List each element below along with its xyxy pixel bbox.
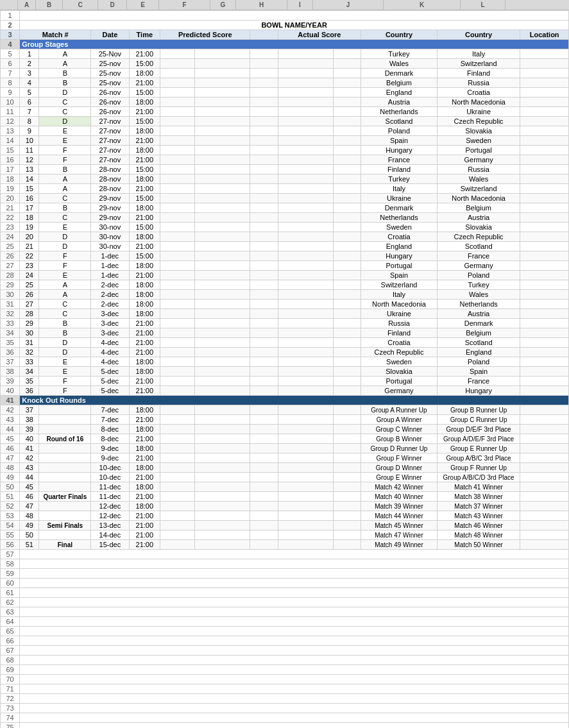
predicted-header: Predicted Score [160,30,250,40]
empty-row-69: 69 [1,665,569,675]
empty-row-65: 65 [1,627,569,636]
rownum-3: 3 [1,30,20,40]
spreadsheet: A B C D E F G H I J K L 1 [0,0,569,728]
row-17: 17 13 B 28-nov 15:00 Finland Russia [1,165,569,174]
col-k-header: K [384,0,461,10]
col-i-header: I [287,0,313,10]
rownum-4: 4 [1,40,20,49]
row-16: 16 12 F 27-nov 21:00 France Germany [1,155,569,165]
row-40: 40 36 F 5-dec 21:00 Germany Hungary [1,386,569,396]
col-d-header: D [98,0,127,10]
ko-row-51: 56 51 Final 15-dec 21:00 Match 49 Winner… [1,540,569,550]
row-36: 36 32 D 4-dec 21:00 Czech Republic Engla… [1,348,569,357]
col-b-header: B [36,0,63,10]
row-18: 18 14 A 28-nov 18:00 Turkey Wales [1,174,569,184]
group-stages-label: Group Stages [20,40,569,49]
row-33: 33 29 B 3-dec 21:00 Russia Denmark [1,319,569,328]
title-row: 2 BOWL NAME/YEAR [1,21,569,30]
empty-row-73: 73 [1,704,569,713]
match-num-1: 1 [20,49,39,59]
row-6: 6 2 A 25-nov 15:00 Wales Switzerland [1,59,569,69]
date-header: Date [91,30,129,40]
empty-row-63: 63 [1,607,569,617]
empty-row-72: 72 [1,694,569,704]
empty-row-70: 70 [1,675,569,684]
row-30: 30 26 A 2-dec 18:00 Italy Wales [1,290,569,300]
row-11: 11 7 C 26-nov 21:00 Netherlands Ukraine [1,107,569,117]
country1-header: Country [361,30,437,40]
row-19: 19 15 A 28-nov 21:00 Italy Switzerland [1,184,569,194]
row-13: 13 9 E 27-nov 18:00 Poland Slovakia [1,126,569,136]
ko-row-38: 43 38 7-dec 21:00 Group A Winner Group C… [1,415,569,425]
time-header: Time [129,30,160,40]
ko-row-47: 52 47 12-dec 18:00 Match 39 Winner Match… [1,502,569,511]
empty-row-62: 62 [1,598,569,607]
row-39: 39 35 F 5-dec 21:00 Portugal France [1,377,569,386]
rownum-2: 2 [1,21,20,30]
ko-row-37: 42 37 7-dec 18:00 Group A Runner Up Grou… [1,405,569,415]
ko-row-49: 54 49 Semi Finals 13-dec 21:00 Match 45 … [1,521,569,530]
col-j-header: J [313,0,384,10]
country2-header: Country [437,30,520,40]
corner-header [0,0,18,10]
blank-g3 [250,30,278,40]
empty-row-59: 59 [1,569,569,579]
empty-row-64: 64 [1,617,569,627]
row-23: 23 19 E 30-nov 15:00 Sweden Slovakia [1,223,569,232]
col-h-header: H [236,0,287,10]
ko-row-50: 55 50 14-dec 21:00 Match 47 Winner Match… [1,530,569,540]
row-35: 35 31 D 4-dec 21:00 Croatia Scotland [1,338,569,348]
empty-row-75: 75 [1,723,569,729]
row-12: 12 8 D 27-nov 15:00 Scotland Czech Repub… [1,117,569,126]
col-e-header: E [127,0,159,10]
ko-rounds-label: Knock Out Rounds [20,396,569,405]
row-8: 8 4 B 25-nov 21:00 Belgium Russia [1,78,569,88]
empty-row-67: 67 [1,646,569,656]
group-stages-header-row: 4 Group Stages [1,40,569,49]
ko-row-46: 51 46 Quarter Finals 11-dec 21:00 Match … [1,492,569,502]
col-g-header: G [210,0,236,10]
empty-row-58: 58 [1,559,569,569]
col-l-header: L [461,0,505,10]
row-5: 5 1 A 25-Nov 21:00 Turkey Italy [1,49,569,59]
rownum-5: 5 [1,49,20,59]
row-7: 7 3 B 25-nov 18:00 Denmark Finland [1,69,569,78]
empty-row-71: 71 [1,684,569,694]
col-c-header: C [63,0,98,10]
row-24: 24 20 D 30-nov 18:00 Croatia Czech Repub… [1,232,569,242]
row-22: 22 18 C 29-nov 21:00 Netherlands Austria [1,213,569,223]
col-headers-bar: A B C D E F G H I J K L [0,0,569,10]
ko-row-39: 44 39 8-dec 18:00 Group C Winner Group D… [1,425,569,434]
ko-row-42: 47 42 9-dec 21:00 Group F Winner Group A… [1,453,569,463]
ko-header-row: 41 Knock Out Rounds [1,396,569,405]
col-f-header: F [159,0,210,10]
location-header: Location [520,30,569,40]
row1-empty [20,11,569,21]
empty-row-74: 74 [1,713,569,723]
row-20: 20 16 C 29-nov 15:00 Ukraine North Maced… [1,194,569,203]
row-26: 26 22 F 1-dec 15:00 Hungary France [1,251,569,261]
ko-row-40: 45 40 Round of 16 8-dec 21:00 Group B Wi… [1,434,569,444]
spreadsheet-title: BOWL NAME/YEAR [20,21,569,30]
row-1: 1 [1,11,569,21]
empty-row-57: 57 [1,550,569,559]
row-25: 25 21 D 30-nov 21:00 England Scotland [1,242,569,251]
row-9: 9 5 D 26-nov 15:00 England Croatia [1,88,569,97]
match-header: Match # [20,30,91,40]
row-21: 21 17 B 29-nov 18:00 Denmark Belgium [1,203,569,213]
row-10: 10 6 C 26-nov 18:00 Austria North Macedo… [1,97,569,107]
ko-row-45: 50 45 11-dec 18:00 Match 42 Winner Match… [1,482,569,492]
row-37: 37 33 E 4-dec 18:00 Sweden Poland [1,357,569,367]
rownum-ko: 41 [1,396,20,405]
empty-row-60: 60 [1,579,569,588]
empty-row-68: 68 [1,656,569,665]
row-38: 38 34 E 5-dec 18:00 Slovakia Spain [1,367,569,377]
actual-header: Actual Score [278,30,361,40]
row-31: 31 27 C 2-dec 18:00 North Macedonia Neth… [1,300,569,309]
row-28: 28 24 E 1-dec 21:00 Spain Poland [1,271,569,280]
ko-row-48: 53 48 12-dec 21:00 Match 44 Winner Match… [1,511,569,521]
col-a-header: A [18,0,36,10]
ko-row-43: 48 43 10-dec 18:00 Group D Winner Group … [1,463,569,473]
ko-row-44: 49 44 10-dec 21:00 Group E Winner Group … [1,473,569,482]
empty-row-66: 66 [1,636,569,646]
